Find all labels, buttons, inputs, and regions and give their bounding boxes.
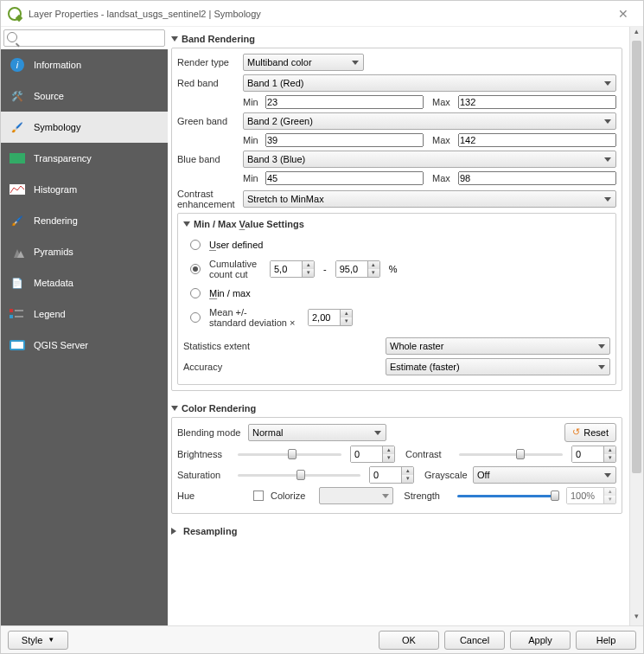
radio-minmax[interactable] (190, 288, 201, 298)
sidebar-item-information[interactable]: iInformation (1, 49, 168, 80)
green-min-input[interactable] (265, 133, 424, 147)
spin-up-icon[interactable]: ▴ (340, 310, 352, 317)
mean-spin[interactable]: ▴▾ (308, 309, 353, 326)
scroll-down-icon[interactable]: ▾ (630, 612, 643, 625)
cum-low-spin[interactable]: ▴▾ (270, 260, 315, 278)
brightness-slider[interactable] (238, 447, 341, 461)
stats-extent-select[interactable]: Whole raster (386, 337, 610, 355)
resampling-header[interactable]: Resampling (171, 523, 622, 540)
spin-down-icon[interactable]: ▾ (603, 454, 615, 462)
spin-up-icon[interactable]: ▴ (401, 467, 413, 475)
red-band-label: Red band (177, 78, 239, 88)
search-icon (7, 32, 17, 42)
cancel-button[interactable]: Cancel (444, 631, 505, 650)
chevron-down-icon (374, 431, 381, 435)
saturation-label: Saturation (177, 470, 229, 480)
min-label: Min (243, 97, 262, 107)
paint-icon: 🖌️ (10, 213, 25, 228)
vertical-scrollbar[interactable]: ▴ ▾ (629, 27, 643, 625)
dash: - (323, 264, 327, 274)
green-band-label: Green band (177, 116, 239, 126)
spin-down-icon[interactable]: ▾ (603, 496, 615, 503)
red-band-select[interactable]: Band 1 (Red) (243, 74, 616, 92)
saturation-slider[interactable] (238, 468, 360, 482)
scroll-up-icon[interactable]: ▴ (630, 27, 643, 41)
colorize-checkbox[interactable] (253, 490, 264, 501)
spin-up-icon[interactable]: ▴ (302, 261, 314, 269)
close-icon[interactable]: ✕ (610, 7, 636, 21)
chevron-down-icon (604, 81, 611, 86)
style-button[interactable]: Style▼ (8, 631, 68, 650)
scrollbar-thumb[interactable] (632, 41, 641, 473)
green-max-input[interactable] (458, 133, 616, 147)
color-rendering-header[interactable]: Color Rendering (171, 400, 622, 417)
stats-extent-label: Statistics extent (183, 341, 382, 351)
contrast-select[interactable]: Stretch to MinMax (243, 190, 616, 208)
sidebar-item-label: Information (34, 60, 81, 70)
red-max-input[interactable] (458, 95, 616, 109)
sidebar-item-metadata[interactable]: 📄Metadata (1, 267, 168, 298)
chevron-down-icon (352, 61, 359, 65)
render-type-label: Render type (177, 57, 239, 67)
sidebar-item-legend[interactable]: Legend (1, 298, 168, 330)
contrast-slider[interactable] (459, 447, 563, 461)
scroll-area: Band Rendering Render type Multiband col… (168, 27, 629, 625)
green-band-select[interactable]: Band 2 (Green) (243, 112, 616, 130)
radio-cumulative[interactable] (190, 264, 201, 274)
spin-up-icon[interactable]: ▴ (367, 261, 379, 269)
radio-mean[interactable] (190, 312, 201, 323)
blue-min-input[interactable] (265, 171, 424, 185)
render-type-select[interactable]: Multiband color (243, 54, 364, 71)
grayscale-select[interactable]: Off (473, 466, 616, 484)
radio-user-defined[interactable] (190, 240, 201, 250)
section-title: Band Rendering (182, 34, 255, 44)
saturation-spin[interactable]: ▴▾ (369, 466, 414, 484)
expand-icon (171, 528, 180, 535)
spin-down-icon[interactable]: ▾ (302, 269, 314, 277)
spin-down-icon[interactable]: ▾ (340, 317, 352, 325)
blue-max-input[interactable] (458, 171, 616, 185)
brightness-spin[interactable]: ▴▾ (350, 446, 395, 463)
chevron-down-icon (604, 157, 611, 162)
layer-properties-window: Layer Properties - landsat_usgs_sentinel… (0, 0, 644, 654)
chevron-down-icon (598, 344, 605, 349)
collapse-icon (183, 221, 190, 227)
red-min-input[interactable] (265, 95, 424, 109)
sidebar-item-histogram[interactable]: Histogram (1, 174, 168, 205)
strength-spin[interactable]: ▴▾ (566, 487, 616, 504)
sidebar-item-label: Histogram (34, 184, 77, 195)
strength-slider[interactable] (457, 489, 558, 503)
min-label: Min (243, 135, 262, 145)
svg-rect-12 (11, 342, 23, 349)
spin-down-icon[interactable]: ▾ (382, 454, 394, 462)
sidebar-item-rendering[interactable]: 🖌️Rendering (1, 205, 168, 236)
blue-band-select[interactable]: Band 3 (Blue) (243, 151, 616, 168)
cumulative-label: Cumulative count cut (209, 259, 266, 279)
chevron-down-icon (604, 473, 611, 478)
sidebar-item-transparency[interactable]: Transparency (1, 143, 168, 174)
band-rendering-header[interactable]: Band Rendering (171, 30, 622, 48)
spin-up-icon[interactable]: ▴ (603, 446, 615, 454)
cum-high-spin[interactable]: ▴▾ (335, 260, 380, 278)
blue-band-label: Blue band (177, 154, 239, 164)
spin-down-icon[interactable]: ▾ (367, 269, 379, 277)
sidebar-item-source[interactable]: 🛠️Source (1, 80, 168, 112)
sidebar-item-qgis-server[interactable]: QGIS Server (1, 330, 168, 361)
help-button[interactable]: Help (576, 631, 636, 650)
sidebar-item-label: Rendering (34, 215, 78, 226)
accuracy-select[interactable]: Estimate (faster) (386, 358, 610, 375)
collapse-icon (171, 406, 178, 411)
apply-button[interactable]: Apply (510, 631, 571, 650)
spin-down-icon[interactable]: ▾ (401, 475, 413, 483)
colorize-color-swatch[interactable] (319, 487, 393, 504)
sidebar-item-symbology[interactable]: 🖌️Symbology (1, 112, 168, 143)
minmax-header[interactable]: Min / Max Value Settings (183, 219, 610, 233)
contrast-spin[interactable]: ▴▾ (571, 446, 616, 463)
search-input[interactable] (3, 29, 165, 47)
spin-up-icon[interactable]: ▴ (603, 488, 615, 496)
sidebar-item-pyramids[interactable]: Pyramids (1, 236, 168, 267)
blending-mode-select[interactable]: Normal (248, 424, 386, 441)
spin-up-icon[interactable]: ▴ (382, 446, 394, 454)
reset-button[interactable]: ↺Reset (564, 423, 616, 442)
ok-button[interactable]: OK (379, 631, 439, 650)
